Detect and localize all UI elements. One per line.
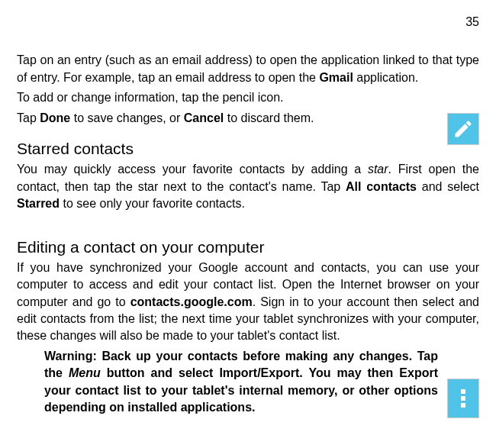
text-segment: button and select Import/Export. You may…	[44, 366, 438, 414]
heading-starred-contacts: Starred contacts	[17, 137, 479, 160]
pencil-icon	[453, 118, 474, 140]
text-italic-star: star	[368, 163, 388, 176]
text-segment: to save changes, or	[70, 111, 184, 124]
paragraph-pencil-tap: To add or change information, tap the pe…	[17, 89, 479, 106]
text-bold-cancel: Cancel	[184, 111, 224, 124]
paragraph-starred: You may quickly access your favorite con…	[17, 161, 479, 212]
warning-block: Warning: Back up your contacts before ma…	[44, 348, 438, 417]
paragraph-editing: If you have synchronized your Google acc…	[17, 259, 479, 345]
heading-editing-computer: Editing a contact on your computer	[17, 236, 479, 258]
text-bold-starred: Starred	[17, 197, 60, 210]
paragraph-done-cancel: Tap Done to save changes, or Cancel to d…	[17, 110, 479, 127]
text-bold-url: contacts.google.com	[130, 295, 253, 308]
text-segment: to discard them.	[224, 111, 314, 124]
text-italic-menu: Menu	[69, 366, 101, 379]
page-number: 35	[17, 14, 479, 31]
text-segment: and select	[417, 180, 479, 193]
text-segment: to see only your favorite contacts.	[60, 197, 245, 210]
text-segment: Tap	[17, 111, 40, 124]
paragraph-entry-tap: Tap on an entry (such as an email addres…	[17, 52, 479, 86]
text-bold-done: Done	[40, 111, 70, 124]
svg-rect-1	[461, 396, 465, 401]
svg-rect-0	[461, 389, 465, 394]
svg-rect-2	[461, 403, 465, 408]
export-menu-icon	[447, 379, 479, 418]
text-bold-allcontacts: All contacts	[346, 180, 417, 193]
text-bold-gmail: Gmail	[319, 71, 353, 84]
dots-icon	[458, 387, 469, 410]
text-segment: You may quickly access your favorite con…	[17, 163, 368, 176]
pencil-edit-icon	[447, 113, 479, 145]
text-segment: application.	[353, 71, 418, 84]
